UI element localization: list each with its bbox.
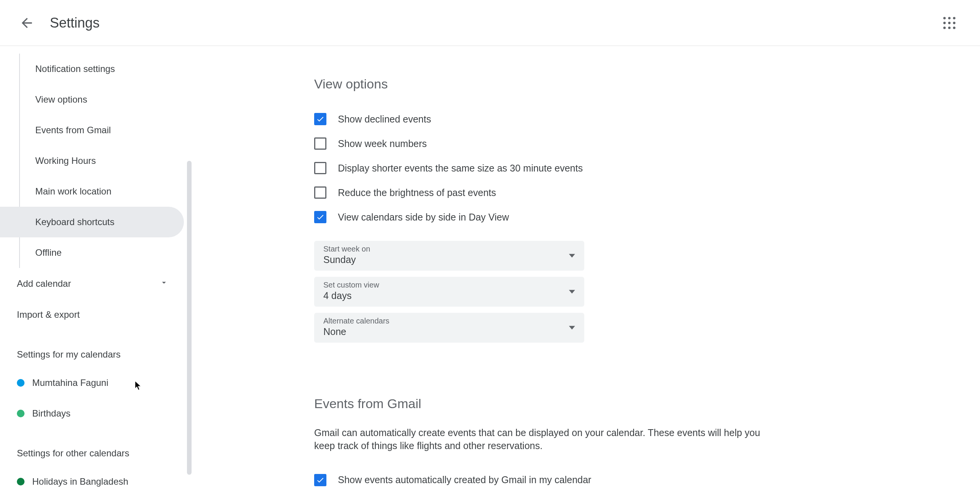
sidebar-item-label: Import & export (17, 309, 80, 320)
checkbox-label: Show events automatically created by Gma… (338, 474, 591, 485)
sidebar-item-label: Keyboard shortcuts (35, 217, 115, 227)
option-show-declined: Show declined events (314, 107, 980, 131)
sidebar-item-label: View options (35, 94, 87, 105)
svg-point-1 (948, 17, 951, 19)
app-header: Settings (0, 0, 980, 46)
chevron-down-icon (159, 278, 169, 289)
sidebar-item-label: Main work location (35, 186, 111, 197)
checkbox-side-by-side[interactable] (314, 211, 326, 223)
select-label: Start week on (323, 245, 575, 253)
svg-point-0 (943, 17, 946, 19)
select-value: None (323, 326, 575, 337)
select-value: 4 days (323, 290, 575, 301)
page-title: Settings (50, 15, 100, 31)
sidebar-item-label: Working Hours (35, 155, 96, 166)
checkbox-shorter-events[interactable] (314, 162, 326, 174)
checkbox-reduce-brightness[interactable] (314, 186, 326, 199)
calendar-color-dot (17, 478, 25, 485)
check-icon (316, 476, 324, 484)
option-reduce-brightness: Reduce the brightness of past events (314, 180, 980, 205)
calendar-color-dot (17, 410, 25, 417)
check-icon (316, 213, 324, 221)
check-icon (316, 115, 324, 123)
settings-sidebar: Notification settings View options Event… (0, 46, 192, 500)
dropdown-arrow-icon (569, 288, 575, 295)
sidebar-item-label: Birthdays (32, 408, 70, 419)
select-alternate-calendars[interactable]: Alternate calendars None (314, 313, 584, 343)
sidebar-section-my-calendars: Settings for my calendars (0, 330, 192, 368)
calendar-color-dot (17, 379, 25, 387)
sidebar-item-working-hours[interactable]: Working Hours (20, 145, 192, 176)
select-value: Sunday (323, 254, 575, 265)
arrow-left-icon (19, 15, 34, 31)
section-title-events-gmail: Events from Gmail (314, 396, 980, 411)
sidebar-item-events-from-gmail[interactable]: Events from Gmail (20, 115, 192, 145)
checkbox-label: Show declined events (338, 114, 431, 125)
checkbox-label: Show week numbers (338, 138, 427, 149)
sidebar-item-label: Add calendar (17, 278, 71, 289)
events-gmail-description: Gmail can automatically create events th… (314, 426, 774, 453)
sidebar-item-keyboard-shortcuts[interactable]: Keyboard shortcuts (0, 207, 184, 237)
apps-button[interactable] (934, 8, 965, 38)
sidebar-item-view-options[interactable]: View options (20, 84, 192, 115)
sidebar-cal-birthdays[interactable]: Birthdays (0, 398, 192, 429)
sidebar-item-import-export[interactable]: Import & export (0, 299, 192, 330)
back-button[interactable] (11, 8, 42, 38)
option-show-gmail-events: Show events automatically created by Gma… (314, 468, 980, 492)
checkbox-show-gmail-events[interactable] (314, 474, 326, 486)
sidebar-item-offline[interactable]: Offline (20, 237, 192, 268)
svg-point-2 (953, 17, 955, 19)
svg-point-3 (943, 21, 946, 24)
sidebar-item-label: Events from Gmail (35, 125, 111, 136)
sidebar-scrollbar[interactable] (187, 161, 192, 475)
option-shorter-events: Display shorter events the same size as … (314, 156, 980, 180)
sidebar-section-other-calendars: Settings for other calendars (0, 429, 192, 466)
select-custom-view[interactable]: Set custom view 4 days (314, 277, 584, 307)
sidebar-item-main-work-location[interactable]: Main work location (20, 176, 192, 207)
sidebar-item-notification-settings[interactable]: Notification settings (20, 54, 192, 84)
checkbox-show-declined[interactable] (314, 113, 326, 125)
section-title-view-options: View options (314, 77, 980, 92)
svg-point-6 (943, 26, 946, 29)
svg-point-7 (948, 26, 951, 29)
sidebar-cal-mumtahina-faguni[interactable]: Mumtahina Faguni (0, 368, 192, 398)
sidebar-nav-group: Notification settings View options Event… (19, 54, 192, 268)
sidebar-item-label: Offline (35, 247, 62, 258)
checkbox-show-week-numbers[interactable] (314, 137, 326, 150)
option-side-by-side: View calendars side by side in Day View (314, 205, 980, 229)
sidebar-item-label: Notification settings (35, 64, 115, 74)
select-label: Alternate calendars (323, 317, 575, 325)
checkbox-label: Display shorter events the same size as … (338, 163, 583, 174)
sidebar-cal-holidays-bangladesh[interactable]: Holidays in Bangladesh (0, 466, 192, 497)
dropdown-arrow-icon (569, 324, 575, 331)
sidebar-item-label: Holidays in Bangladesh (32, 476, 128, 487)
apps-grid-icon (942, 16, 957, 30)
sidebar-item-label: Mumtahina Faguni (32, 377, 108, 388)
option-show-week-numbers: Show week numbers (314, 131, 980, 156)
settings-main: View options Show declined events Show w… (192, 46, 980, 500)
select-label: Set custom view (323, 281, 575, 289)
sidebar-item-add-calendar[interactable]: Add calendar (0, 268, 192, 299)
svg-point-4 (948, 21, 951, 24)
dropdown-arrow-icon (569, 252, 575, 259)
checkbox-label: View calendars side by side in Day View (338, 212, 509, 223)
checkbox-label: Reduce the brightness of past events (338, 187, 496, 198)
select-start-week-on[interactable]: Start week on Sunday (314, 241, 584, 271)
svg-point-5 (953, 21, 955, 24)
svg-point-8 (953, 26, 955, 29)
